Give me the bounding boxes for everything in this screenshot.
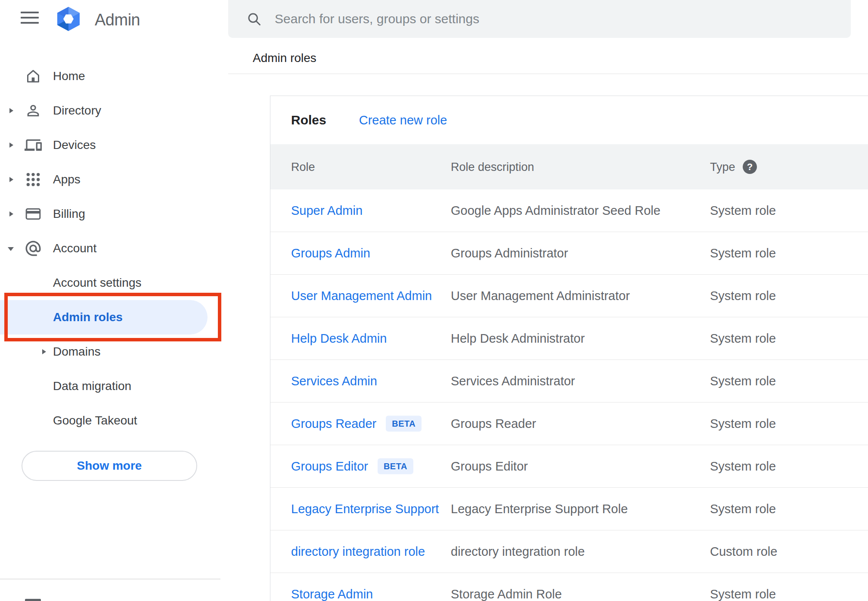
sidebar-item-directory[interactable]: Directory — [0, 93, 228, 128]
sidebar-item-label: Data migration — [53, 379, 131, 393]
google-admin-logo: Admin — [55, 6, 140, 33]
sidebar-item-label: Admin roles — [53, 310, 123, 324]
role-cell: Help Desk Admin — [291, 331, 387, 346]
partial-sidebar-icon — [25, 599, 41, 601]
role-cell: Groups ReaderBETA — [291, 416, 422, 432]
roles-table-body: Super AdminGoogle Apps Administrator See… — [270, 189, 868, 601]
role-description-cell: Services Administrator — [451, 374, 575, 388]
sidebar-item-label: Domains — [53, 345, 100, 359]
chevron-down-icon[interactable] — [8, 247, 14, 251]
chevron-right-icon[interactable] — [42, 349, 46, 354]
column-header-role-description: Role description — [451, 160, 534, 173]
role-type-cell: Custom role — [710, 545, 777, 559]
menu-icon[interactable] — [21, 12, 39, 24]
roles-title: Roles — [291, 113, 326, 127]
chevron-right-icon[interactable] — [9, 143, 13, 148]
role-description-cell: Help Desk Administrator — [451, 331, 585, 346]
role-link-legacy-enterprise-support[interactable]: Legacy Enterprise Support — [291, 502, 439, 516]
sidebar-item-label: Devices — [53, 138, 96, 152]
table-row: Super AdminGoogle Apps Administrator See… — [270, 189, 868, 232]
role-cell: Super Admin — [291, 204, 363, 218]
role-description-cell: Google Apps Administrator Seed Role — [451, 204, 660, 218]
sidebar-item-devices[interactable]: Devices — [0, 128, 228, 162]
table-row: Groups EditorBETAGroups EditorSystem rol… — [270, 445, 868, 488]
google-admin-console: Admin Admin roles HomeDirectoryDevicesAp… — [0, 0, 868, 601]
sidebar-item-billing[interactable]: Billing — [0, 197, 228, 231]
role-cell: Services Admin — [291, 374, 377, 388]
sidebar-item-account[interactable]: Account — [0, 231, 228, 266]
role-description-cell: User Management Administrator — [451, 289, 630, 303]
table-row: Storage AdminStorage Admin RoleSystem ro… — [270, 573, 868, 601]
at-sign-icon — [24, 239, 42, 257]
column-header-role: Role — [291, 160, 315, 173]
role-description-cell: Legacy Enterprise Support Role — [451, 502, 628, 516]
role-type-cell: System role — [710, 289, 776, 303]
search-bar[interactable] — [228, 0, 851, 38]
sidebar-item-account-settings[interactable]: Account settings — [0, 266, 228, 300]
sidebar-item-label: Billing — [53, 207, 85, 221]
show-more-button[interactable]: Show more — [22, 451, 197, 481]
sidebar-item-apps[interactable]: Apps — [0, 162, 228, 197]
header-divider — [228, 74, 868, 74]
table-header-row: Role Role description Type — [270, 144, 868, 189]
sidebar-item-label: Google Takeout — [53, 414, 137, 428]
role-type-cell: System role — [710, 331, 776, 346]
apps-grid-icon — [24, 170, 42, 189]
role-link-storage-admin[interactable]: Storage Admin — [291, 587, 373, 601]
admin-logo-icon — [55, 6, 82, 33]
role-link-groups-editor[interactable]: Groups Editor — [291, 459, 368, 474]
sidebar-item-label: Directory — [53, 104, 101, 118]
credit-card-icon — [24, 205, 42, 223]
sidebar: HomeDirectoryDevicesAppsBillingAccountAc… — [0, 59, 228, 438]
search-input[interactable] — [274, 11, 814, 27]
role-cell: Storage Admin — [291, 587, 373, 601]
role-description-cell: Storage Admin Role — [451, 587, 562, 601]
role-link-directory-integration-role[interactable]: directory integration role — [291, 545, 425, 559]
sidebar-item-label: Apps — [53, 173, 81, 186]
role-type-cell: System role — [710, 459, 776, 474]
sidebar-footer-divider — [0, 579, 220, 579]
help-icon[interactable] — [743, 160, 757, 174]
roles-card: Roles Create new role Role Role descript… — [270, 96, 868, 601]
role-cell: directory integration role — [291, 545, 425, 559]
role-cell: User Management Admin — [291, 289, 432, 303]
sidebar-item-data-migration[interactable]: Data migration — [0, 369, 228, 403]
sidebar-item-label: Account — [53, 242, 96, 255]
logo-title: Admin — [95, 11, 140, 29]
role-cell: Legacy Enterprise Support — [291, 502, 439, 516]
table-row: User Management AdminUser Management Adm… — [270, 275, 868, 317]
create-new-role-link[interactable]: Create new role — [359, 113, 447, 127]
role-link-help-desk-admin[interactable]: Help Desk Admin — [291, 331, 387, 346]
chevron-right-icon[interactable] — [9, 108, 13, 113]
chevron-right-icon[interactable] — [9, 211, 13, 217]
sidebar-item-label: Account settings — [53, 276, 141, 290]
search-icon — [246, 11, 262, 27]
role-type-cell: System role — [710, 417, 776, 431]
beta-badge: BETA — [378, 458, 413, 474]
role-type-cell: System role — [710, 502, 776, 516]
breadcrumb: Admin roles — [253, 51, 316, 65]
sidebar-item-home[interactable]: Home — [0, 59, 228, 93]
sidebar-item-admin-roles[interactable]: Admin roles — [0, 300, 228, 335]
sidebar-item-domains[interactable]: Domains — [0, 335, 228, 369]
home-icon — [24, 67, 42, 85]
role-type-cell: System role — [710, 374, 776, 388]
role-description-cell: Groups Reader — [451, 417, 536, 431]
column-header-type: Type — [710, 160, 735, 173]
sidebar-item-label: Home — [53, 69, 85, 83]
role-type-cell: System role — [710, 204, 776, 218]
role-link-groups-reader[interactable]: Groups Reader — [291, 417, 376, 431]
chevron-right-icon[interactable] — [9, 177, 13, 182]
table-row: Help Desk AdminHelp Desk AdministratorSy… — [270, 317, 868, 360]
role-cell: Groups Admin — [291, 246, 370, 260]
sidebar-item-google-takeout[interactable]: Google Takeout — [0, 403, 228, 438]
role-description-cell: Groups Administrator — [451, 246, 568, 260]
beta-badge: BETA — [386, 416, 422, 432]
table-row: Groups AdminGroups AdministratorSystem r… — [270, 232, 868, 275]
role-link-super-admin[interactable]: Super Admin — [291, 204, 363, 218]
table-row: Legacy Enterprise SupportLegacy Enterpri… — [270, 488, 868, 530]
table-row: Services AdminServices AdministratorSyst… — [270, 360, 868, 403]
role-link-user-management-admin[interactable]: User Management Admin — [291, 289, 432, 303]
role-link-groups-admin[interactable]: Groups Admin — [291, 246, 370, 260]
role-link-services-admin[interactable]: Services Admin — [291, 374, 377, 388]
